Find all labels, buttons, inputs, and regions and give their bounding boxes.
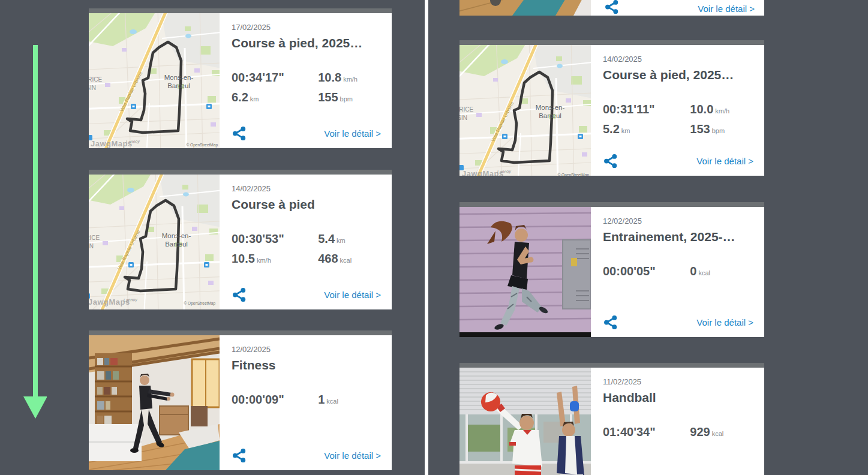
activity-stats: 00:00'09" 1kcal (232, 393, 383, 407)
stat-duration: 00:34'17" (232, 71, 318, 85)
stat-unit: kcal (340, 257, 352, 264)
stat-value: 6.2 (232, 91, 248, 104)
activity-stats: 00:31'11" 10.0km/h 5.2km 153bpm (603, 103, 756, 136)
route-map-thumbnail (89, 175, 220, 309)
card-top-bar (89, 330, 392, 335)
activity-card[interactable]: 14/02/2025 Course à pied 00:30'53" 5.4km… (89, 170, 392, 309)
stat-value: 00:00'09" (232, 393, 284, 406)
detail-link[interactable]: Voir le détail > (698, 4, 755, 14)
detail-link[interactable]: Voir le détail > (324, 128, 381, 139)
share-icon (232, 125, 247, 141)
activity-date: 12/02/2025 (232, 345, 383, 354)
share-button[interactable] (603, 153, 618, 169)
activity-stats: 00:34'17" 10.8km/h 6.2km 155bpm (232, 71, 383, 104)
card-top-bar (89, 8, 392, 13)
fitness-photo (89, 335, 220, 470)
stat-unit: km (621, 127, 630, 134)
route-map-image (89, 175, 220, 309)
stat-duration: 00:00'09" (232, 393, 318, 407)
share-icon (232, 287, 247, 302)
share-button[interactable] (232, 125, 247, 141)
activity-title: Course à pied, 2025… (603, 67, 756, 82)
stat-unit: bpm (712, 127, 725, 134)
route-map-image (459, 45, 591, 176)
activity-card[interactable]: 17/02/2025 Course à pied, 2025… 00:34'17… (89, 8, 392, 148)
detail-link[interactable]: Voir le détail > (324, 290, 381, 300)
stat-calories: 1kcal (318, 393, 383, 407)
stat-calories: 0kcal (690, 264, 756, 278)
activity-card[interactable]: 11/02/2025 Handball 01:40'34" 929kcal Vo… (459, 363, 764, 475)
stat-unit: km (250, 95, 259, 103)
activity-title: Fitness (232, 357, 383, 372)
detail-link[interactable]: Voir le détail > (696, 156, 753, 166)
activity-card[interactable]: 12/02/2025 Entrainement, 2025-… 00:00'05… (459, 202, 764, 337)
activity-card[interactable]: 14/02/2025 Course à pied, 2025… 00:31'11… (459, 40, 764, 176)
detail-link[interactable]: Voir le détail > (696, 317, 753, 327)
stat-value: 10.0 (690, 103, 713, 116)
stat-value: 1 (318, 393, 325, 406)
share-button[interactable] (603, 314, 618, 330)
handball-photo (459, 368, 591, 475)
stat-value: 00:34'17" (232, 71, 284, 84)
stat-unit: kcal (698, 269, 710, 276)
activity-date: 14/02/2025 (232, 184, 383, 194)
stat-value: 5.4 (318, 232, 335, 245)
stat-duration: 01:40'34" (603, 425, 690, 439)
stat-value: 468 (318, 252, 338, 265)
activity-date: 12/02/2025 (603, 217, 756, 226)
activity-date: 17/02/2025 (232, 23, 383, 32)
handball-photo-image (459, 368, 591, 475)
stat-value: 00:30'53" (232, 232, 284, 245)
stat-unit: bpm (340, 95, 353, 103)
stat-unit: kcal (326, 398, 338, 405)
activity-title: Entrainement, 2025-… (603, 229, 756, 244)
stat-distance: 5.4km (318, 232, 383, 246)
stat-value: 10.5 (232, 252, 255, 265)
fitness-photo-image (89, 335, 220, 470)
stat-value: 5.2 (603, 122, 620, 136)
activity-feed-page: 17/02/2025 Course à pied, 2025… 00:34'17… (0, 0, 868, 475)
card-top-bar (89, 170, 392, 175)
running-photo-image (459, 207, 591, 337)
share-icon (604, 0, 620, 14)
card-top-bar (459, 40, 764, 45)
stat-value: 10.8 (318, 71, 341, 84)
stat-value: 155 (318, 91, 338, 104)
share-button[interactable] (232, 287, 247, 302)
card-top-bar (459, 363, 764, 368)
yoga-mat-photo (459, 0, 591, 16)
stat-calories: 929kcal (690, 425, 756, 439)
stat-speed: 10.5km/h (232, 252, 318, 266)
scroll-down-arrow (23, 45, 47, 420)
running-photo (459, 207, 591, 337)
stat-heartrate: 153bpm (690, 122, 756, 136)
stat-value: 153 (690, 122, 710, 136)
stat-duration: 00:30'53" (232, 232, 318, 246)
activity-title: Course à pied, 2025… (232, 35, 383, 50)
activity-title: Handball (603, 390, 756, 405)
activity-stats: 00:00'05" 0kcal (603, 264, 756, 278)
share-icon (232, 447, 247, 463)
stat-value: 00:00'05" (603, 264, 656, 278)
stat-unit: km/h (343, 76, 358, 83)
share-button[interactable] (232, 447, 247, 463)
yoga-mat-photo-image (459, 0, 591, 16)
route-map-image (89, 13, 220, 148)
detail-link[interactable]: Voir le détail > (324, 450, 381, 461)
stat-value: 01:40'34" (603, 425, 656, 438)
stat-unit: km/h (715, 107, 729, 115)
stat-value: 929 (690, 425, 710, 438)
stat-duration: 00:00'05" (603, 264, 690, 278)
activity-card[interactable]: 12/02/2025 Fitness 00:00'09" 1kcal Voir … (89, 330, 392, 470)
activity-card-partial[interactable]: Voir le détail > (459, 0, 764, 16)
route-map-thumbnail (459, 45, 591, 176)
stat-distance: 6.2km (232, 91, 318, 104)
stat-value: 00:31'11" (603, 103, 655, 116)
stat-speed: 10.0km/h (690, 103, 756, 116)
stat-duration: 00:31'11" (603, 103, 690, 116)
stat-heartrate: 155bpm (318, 91, 383, 104)
activity-stats: 01:40'34" 929kcal (603, 425, 756, 439)
share-button[interactable] (604, 3, 620, 14)
card-top-bar (459, 202, 764, 207)
stat-value: 0 (690, 264, 696, 278)
